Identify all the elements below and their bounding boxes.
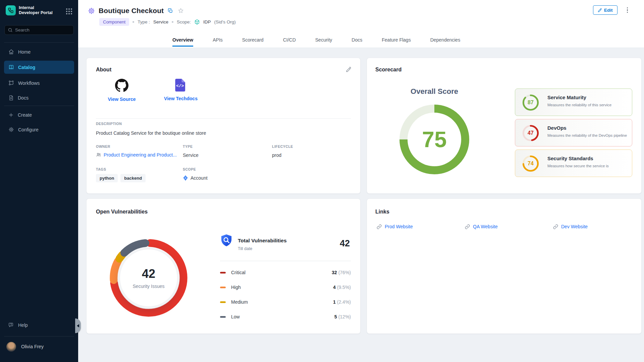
- shield-search-icon: [220, 234, 233, 249]
- scorecard-title: Scorecard: [375, 67, 401, 73]
- link-qa-website[interactable]: QA Website: [465, 224, 498, 229]
- legend-row-medium: Medium 1(2.4%): [220, 297, 351, 307]
- sidebar-divider-bottom: [4, 336, 74, 337]
- scorecard-item-service-maturity[interactable]: 87 Service Maturity Measures the reliabi…: [515, 88, 632, 116]
- lifecycle-label: LIFECYCLE: [272, 144, 293, 148]
- link-prod-website[interactable]: Prod Website: [377, 224, 413, 229]
- scope-org: (Sid's Org): [214, 19, 236, 24]
- legend-row-high: High 4(9.5%): [220, 282, 351, 293]
- tab-scorecard[interactable]: Scorecard: [242, 37, 264, 47]
- type-value: Service: [183, 153, 199, 158]
- sidebar-item-catalog[interactable]: Catalog: [4, 61, 74, 74]
- lifecycle-value: prod: [272, 153, 281, 158]
- high-dash-icon: [220, 287, 226, 288]
- scope-value: IDP: [203, 19, 211, 24]
- total-issues-label: Security Issues: [133, 284, 165, 289]
- sidebar-item-create[interactable]: Create: [4, 108, 74, 121]
- tab-docs[interactable]: Docs: [352, 37, 362, 47]
- vulnerabilities-title: Open Vulnerabilities: [96, 209, 148, 215]
- about-card: About View Source </> View Techdocs DESC…: [86, 58, 361, 194]
- legend-row-critical: Critical 32(76%): [220, 267, 351, 278]
- owner-link[interactable]: Product Engineering and Product...: [96, 152, 177, 158]
- edit-button[interactable]: Edit: [593, 5, 618, 15]
- header-actions: Edit: [593, 5, 630, 15]
- tab-dependencies[interactable]: Dependencies: [430, 37, 461, 47]
- score-name: Service Maturity: [547, 95, 586, 100]
- sidebar-item-home[interactable]: Home: [4, 45, 74, 58]
- about-divider: [96, 118, 351, 119]
- tag-chip: backend: [120, 174, 146, 182]
- legend-row-low: Low 5(12%): [220, 311, 351, 322]
- sidebar-divider-top: [4, 42, 74, 43]
- tab-security[interactable]: Security: [315, 37, 332, 47]
- score-name: Security Standards: [547, 156, 593, 161]
- github-icon: [115, 79, 128, 92]
- favorite-star-button[interactable]: [177, 7, 184, 14]
- tab-cicd[interactable]: CI/CD: [283, 37, 296, 47]
- entity-kind-badge: Component: [99, 18, 129, 26]
- score-value: 74: [522, 155, 539, 172]
- panel-total-value: 42: [340, 238, 350, 249]
- tab-bar: Overview APIs Scorecard CI/CD Security D…: [172, 37, 460, 47]
- tab-feature-flags[interactable]: Feature Flags: [382, 37, 411, 47]
- search-icon: [8, 27, 13, 33]
- scorecard-item-security-standards[interactable]: 74 Security Standards Measures how secur…: [515, 149, 632, 177]
- link-icon: [553, 224, 558, 229]
- critical-dash-icon: [220, 272, 226, 274]
- link-dev-website[interactable]: Dev Website: [553, 224, 588, 229]
- about-edit-button[interactable]: [345, 66, 352, 73]
- score-value: 47: [522, 124, 539, 142]
- score-description: Measures the reliability of the DevOps p…: [547, 133, 627, 137]
- workflows-icon: [8, 80, 14, 86]
- tab-overview[interactable]: Overview: [172, 37, 193, 47]
- type-value: Service: [153, 19, 168, 24]
- overall-score-value: 75: [396, 101, 473, 178]
- sidebar-collapse-handle[interactable]: [75, 318, 81, 333]
- links-title: Links: [375, 209, 389, 215]
- gear-icon: [8, 127, 14, 132]
- score-description: Measures how secure the service is: [547, 164, 609, 168]
- account-scope-icon: [183, 175, 188, 181]
- sidebar-item-workflows[interactable]: Workflows: [4, 76, 74, 89]
- overall-score-label: Overall Score: [399, 87, 470, 96]
- medium-dash-icon: [220, 301, 226, 303]
- pencil-icon: [598, 8, 602, 12]
- owner-label: OWNER: [96, 144, 110, 148]
- more-options-button[interactable]: [625, 6, 630, 14]
- team-icon: [96, 152, 101, 158]
- link-icon: [377, 224, 382, 229]
- idp-logo-icon: [6, 5, 16, 15]
- svg-text:</>: </>: [176, 83, 184, 88]
- plus-icon: [8, 112, 14, 118]
- view-source-link[interactable]: View Source: [95, 79, 149, 102]
- sidebar-item-docs[interactable]: Docs: [4, 91, 74, 104]
- sidebar-item-configure[interactable]: Configure: [4, 123, 74, 136]
- panel-title: Total Vulnerabilities: [238, 238, 287, 244]
- scorecard-item-devops[interactable]: 47 DevOps Measures the reliability of th…: [515, 119, 632, 146]
- tab-apis[interactable]: APIs: [213, 37, 223, 47]
- score-description: Measures the reliability of this service: [547, 103, 611, 107]
- user-menu[interactable]: Olivia Frey: [0, 338, 78, 355]
- apps-grid-icon[interactable]: [65, 8, 73, 15]
- scope-label: Scope:: [177, 19, 191, 24]
- collapse-left-icon: [77, 324, 79, 327]
- panel-subtitle: Till date: [238, 246, 252, 251]
- entity-meta-row: Component Type : Service Scope: IDP (Sid…: [99, 18, 236, 26]
- total-issues-value: 42: [142, 267, 155, 281]
- scope-value: Account: [183, 175, 208, 181]
- title-row: Boutique Checkout: [88, 7, 184, 15]
- brand-title: Internal Developer Portal: [19, 5, 53, 15]
- description-value: Product Catalog Service for the boutique…: [96, 130, 206, 136]
- page-header: Boutique Checkout Component Type : Servi…: [78, 0, 644, 48]
- sidebar-item-help[interactable]: Help: [4, 318, 74, 331]
- copy-name-button[interactable]: [167, 7, 174, 14]
- search-input[interactable]: [15, 27, 65, 33]
- about-title: About: [96, 67, 111, 73]
- sidebar-search[interactable]: [4, 25, 74, 35]
- help-icon: [8, 322, 14, 328]
- score-name: DevOps: [547, 125, 567, 131]
- donut-center: 42 Security Issues: [118, 247, 179, 308]
- page-title: Boutique Checkout: [99, 7, 164, 15]
- user-name: Olivia Frey: [21, 344, 44, 349]
- view-techdocs-link[interactable]: </> View Techdocs: [154, 79, 208, 101]
